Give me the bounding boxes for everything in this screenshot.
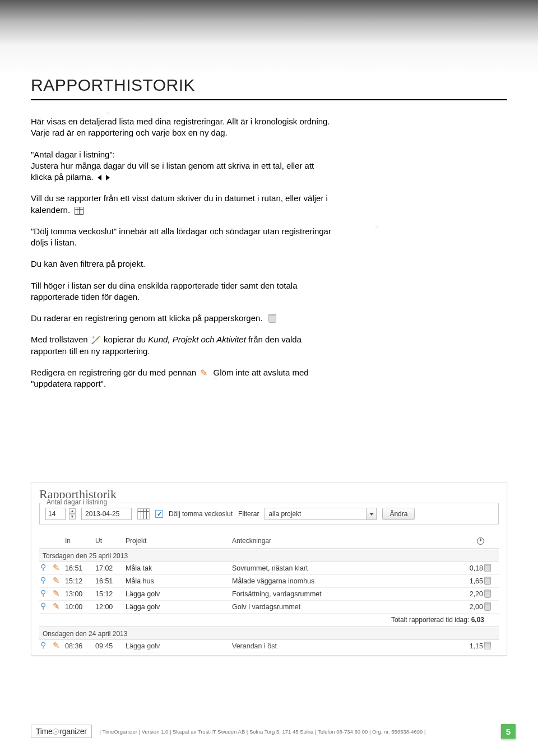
cell-out: 15:12 [95,590,126,598]
col-out: Ut [95,537,126,545]
cell-project: Måla tak [126,564,232,572]
cell-notes: Verandan i väst [232,655,451,656]
spinner-down-icon[interactable]: ▼ [69,514,76,520]
report-grid: In Ut Projekt Anteckningar Torsdagen den… [39,535,499,656]
calendar-button[interactable] [137,508,150,520]
hide-weekends-checkbox[interactable]: ✓ [155,510,163,518]
col-project: Projekt [126,537,232,545]
cell-project: Lägga golv [126,603,232,611]
cell-in: 10:00 [65,603,95,611]
days-input[interactable]: 14 [45,508,66,520]
trash-icon[interactable] [484,578,491,585]
arrow-left-icon [98,175,101,180]
calendar-icon [75,207,84,215]
pencil-icon[interactable] [53,564,62,573]
page-number-badge: 5 [501,724,516,739]
table-row: 13:0015:12Lägga golvFortsättning, vardag… [39,588,499,601]
cell-notes: Sovrummet, nästan klart [232,564,451,572]
logo: Timerganizer [31,725,92,738]
clock-icon [477,537,484,545]
cell-out: 17:02 [95,564,126,572]
arrow-right-icon [106,175,110,180]
page-footer: Timerganizer | TimeOrganizer | Version 1… [31,723,516,739]
change-button[interactable]: Ändra [382,508,415,520]
cell-project: Lägga golv [126,655,232,656]
para-intro: Här visas en detaljerad lista med dina r… [31,116,333,139]
cell-in: 16:51 [65,564,95,572]
trash-icon[interactable] [484,591,491,598]
footer-text: | TimeOrganizer | Version 1.0 | Skapat a… [100,729,493,735]
table-row: 15:1216:51Måla husMålade väggarna inomhu… [39,575,499,588]
col-in: In [65,537,95,545]
para-filter: Du kan även filtrera på projekt. [31,258,333,270]
para-totals: Till höger i listan ser du dina enskilda… [31,280,333,303]
cell-project: Måla hus [126,577,232,585]
cell-hours: 2,20 [451,590,484,598]
body-copy: Här visas en detaljerad lista med dina r… [31,116,333,389]
cell-notes: Målade väggarna inomhus [232,577,451,585]
day-header: Torsdagen den 25 april 2013 [39,550,499,562]
pencil-icon [200,369,209,377]
cell-in: 07:30 [65,655,95,656]
pencil-icon[interactable] [53,590,62,599]
cell-in: 15:12 [65,577,95,585]
wand-icon[interactable] [40,590,49,599]
hide-weekends-label: Dölj tomma veckoslut [169,510,233,518]
para-wand: Med trollstaven kopierar du Kund, Projek… [31,334,333,357]
para-hide-weekends: "Dölj tomma veckoslut" innebär att alla … [31,226,333,249]
table-row: 16:5117:02Måla takSovrummet, nästan klar… [39,562,499,575]
cell-in: 13:00 [65,590,95,598]
day-header: Onsdagen den 24 april 2013 [39,628,499,640]
date-input[interactable]: 2013-04-25 [81,508,132,520]
cell-hours: 1,65 [451,577,484,585]
cell-out: 16:51 [95,577,126,585]
filters-fieldset: Antal dagar i listning 14 ▲ ▼ 2013-04-25… [39,503,499,525]
day-total: Totalt rapporterad tid idag: 6,03 [39,614,499,627]
pencil-icon[interactable] [53,577,62,586]
para-edit: Redigera en registrering gör du med penn… [31,367,333,390]
cell-project: Lägga golv [126,590,232,598]
cell-hours: 2,00 [451,603,484,611]
wand-icon[interactable] [40,602,49,611]
project-filter-select[interactable]: alla projekt [265,508,377,520]
pencil-icon[interactable] [53,602,62,611]
app-screenshot: Rapporthistorik Antal dagar i listning 1… [31,482,507,656]
para-days: "Antal dagar i listning": Justera hur må… [31,149,333,183]
cell-hours: 1,10 [451,655,484,656]
project-filter-value: alla projekt [268,510,301,518]
table-row: 10:0012:00Lägga golvGolv i vardagsrummet… [39,601,499,614]
spinner-up-icon[interactable]: ▲ [69,508,76,514]
fieldset-legend: Antal dagar i listning [44,498,109,506]
page-title: RAPPORTHISTORIK [31,76,507,100]
col-notes: Anteckningar [232,537,451,545]
cell-notes: Fortsättning, vardagsrummet [232,590,451,598]
cell-notes: Golv i vardagsrummet [232,603,451,611]
trash-icon[interactable] [484,604,491,611]
cell-out: 12:00 [95,603,126,611]
para-delete: Du raderar en registrering genom att kli… [31,313,333,324]
wand-icon[interactable] [40,577,49,586]
cell-out: 08:36 [95,655,126,656]
para-date: Vill du se rapporter från ett visst datu… [31,193,333,216]
trash-icon[interactable] [484,565,491,572]
trash-icon [268,315,276,323]
filter-label: Filterar [238,510,259,518]
wand-icon [91,336,100,344]
days-spinner[interactable]: ▲ ▼ [69,508,76,520]
grid-header: In Ut Projekt Anteckningar [39,535,499,549]
dropdown-icon[interactable] [366,508,376,520]
cell-hours: 0,18 [451,564,484,572]
wand-icon[interactable] [40,564,49,573]
